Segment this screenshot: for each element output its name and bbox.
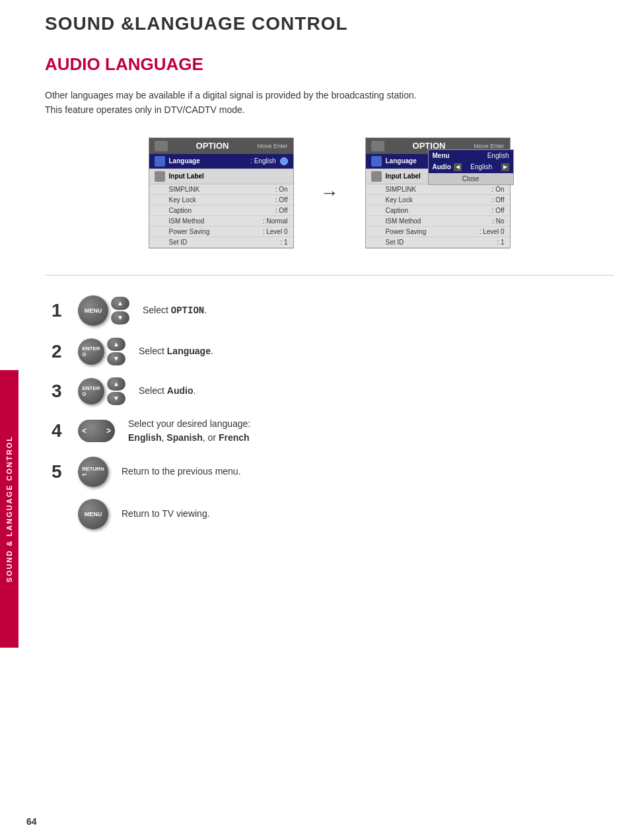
enter-button-2[interactable]: ENTER⊙ <box>78 338 104 365</box>
nav-up-1[interactable]: ▲ <box>111 297 129 310</box>
step4-english: English <box>128 432 162 443</box>
submenu-menu-row: Menu English <box>429 150 513 161</box>
step3-keyword: Audio <box>167 385 194 396</box>
step-2: 2 ENTER⊙ ▲ ▼ Select Language. <box>52 338 614 365</box>
subrow-ism: ISM Method : Normal <box>149 216 293 227</box>
row-icon <box>155 171 165 182</box>
submenu-menu-label: Menu <box>433 152 450 159</box>
step-5: 5 RETURN↩ Return to the previous menu. <box>52 457 614 487</box>
step2-buttons: ENTER⊙ ▲ ▼ <box>78 338 125 365</box>
nav-ud-cluster-2: ▲ ▼ <box>107 338 125 365</box>
step3-text: Select Audio. <box>139 384 196 398</box>
step-number-5: 5 <box>52 463 65 481</box>
enter-button-label-3: ENTER⊙ <box>82 385 100 397</box>
nav-down-1[interactable]: ▼ <box>111 311 129 325</box>
step-number-1: 1 <box>52 301 65 320</box>
enter-button-3[interactable]: ENTER⊙ <box>78 378 104 404</box>
option-header-left: OPTION Move Enter <box>149 138 293 154</box>
option-row-language-left: Language : English <box>149 154 293 169</box>
step1-buttons: MENU ▲ ▼ <box>78 295 129 326</box>
page-title: SOUND &LANGUAGE CONTROL <box>45 13 614 34</box>
subrow-caption: Caption : Off <box>149 206 293 216</box>
nav-ud-cluster-1: ▲ ▼ <box>111 297 129 325</box>
option-row-inputlabel-left: Input Label <box>149 169 293 184</box>
subrow-setid: Set ID : 1 <box>149 237 293 248</box>
subrow-simplink: SIMPLINK : On <box>149 184 293 195</box>
row-circle <box>280 157 288 165</box>
left-arrow-btn[interactable]: < <box>82 426 87 436</box>
subrow-caption-r: Caption : Off <box>366 206 510 216</box>
step-number-3: 3 <box>52 382 65 401</box>
step2-text: Select Language. <box>139 344 213 358</box>
step-number-2: 2 <box>52 342 65 361</box>
step3-buttons: ENTER⊙ ▲ ▼ <box>78 377 125 405</box>
section-heading: AUDIO LANGUAGE <box>45 54 614 75</box>
submenu-popup: Menu English Audio ◀ English ▶ Close <box>428 149 514 185</box>
steps-area: 1 MENU ▲ ▼ Select OPTION. 2 ENTER⊙ <box>52 295 614 529</box>
option-nav-left: Move Enter <box>257 143 287 149</box>
row-icon <box>371 156 382 167</box>
audio-right-arrow[interactable]: ▶ <box>501 163 509 171</box>
side-tab-label: SOUND & LANGUAGE CONTROL <box>5 436 13 582</box>
step1-keyword: OPTION <box>171 305 204 316</box>
option-menu-left: OPTION Move Enter Language : English Inp… <box>149 137 294 248</box>
step4-text: Select your desired language: English, S… <box>128 417 250 445</box>
row-icon <box>371 171 382 182</box>
option-title-left: OPTION <box>196 141 229 151</box>
audio-left-arrow[interactable]: ◀ <box>454 163 462 171</box>
option-subrows-left: SIMPLINK : On Key Lock : Off Caption : O… <box>149 184 293 248</box>
lr-button-cluster: < > <box>78 420 115 442</box>
description-line2: This feature operates only in DTV/CADTV … <box>45 102 614 117</box>
menu-button[interactable]: MENU <box>78 295 108 326</box>
tv-icon-right <box>371 141 384 151</box>
submenu-audio-value: English <box>462 163 501 171</box>
step-4: 4 < > Select your desired language: Engl… <box>52 417 614 445</box>
subrow-keylock-r: Key Lock : Off <box>366 195 510 206</box>
transition-arrow: → <box>320 182 339 204</box>
step6-text: Return to TV viewing. <box>122 507 210 521</box>
subrow-simplink-r: SIMPLINK : On <box>366 184 510 195</box>
nav-up-3[interactable]: ▲ <box>107 377 125 391</box>
right-arrow-btn[interactable]: > <box>106 426 111 436</box>
screenshots-area: OPTION Move Enter Language : English Inp… <box>45 137 614 248</box>
language-label: Language <box>169 157 247 165</box>
enter-button-label-2: ENTER⊙ <box>82 346 100 358</box>
subrow-powersaving: Power Saving : Level 0 <box>149 227 293 237</box>
page-number: 64 <box>26 816 37 827</box>
option-nav-right: Move Enter <box>474 143 504 149</box>
nav-down-2[interactable]: ▼ <box>107 352 125 365</box>
step-3: 3 ENTER⊙ ▲ ▼ Select Audio. <box>52 377 614 405</box>
step-6: MENU Return to TV viewing. <box>52 499 614 529</box>
return-button-label: RETURN↩ <box>82 466 104 478</box>
step2-keyword: Language <box>167 346 211 356</box>
subrow-ism-r: ISM Method : No <box>366 216 510 227</box>
step4-line1: Select your desired language: <box>128 418 250 429</box>
description-line1: Other languages may be available if a di… <box>45 88 614 102</box>
description: Other languages may be available if a di… <box>45 88 614 118</box>
menu-button-end[interactable]: MENU <box>78 499 108 529</box>
step4-spanish: Spanish <box>166 432 202 443</box>
side-tab: SOUND & LANGUAGE CONTROL <box>0 370 18 648</box>
submenu-menu-value: English <box>487 152 509 159</box>
submenu-close-btn[interactable]: Close <box>429 173 513 184</box>
nav-ud-cluster-3: ▲ ▼ <box>107 377 125 405</box>
submenu-audio-row: Audio ◀ English ▶ <box>429 161 513 173</box>
section-divider <box>45 275 614 276</box>
step4-sep2: , or <box>203 432 219 443</box>
subrow-setid-r: Set ID : 1 <box>366 237 510 248</box>
subrow-keylock: Key Lock : Off <box>149 195 293 206</box>
step5-text: Return to the previous menu. <box>122 465 241 478</box>
step4-french: French <box>219 432 250 443</box>
nav-up-2[interactable]: ▲ <box>107 338 125 351</box>
step-number-4: 4 <box>52 422 65 440</box>
step-1: 1 MENU ▲ ▼ Select OPTION. <box>52 295 614 326</box>
option-menu-right-wrapper: OPTION Move Enter Language : English Inp… <box>365 137 511 248</box>
return-button[interactable]: RETURN↩ <box>78 457 108 487</box>
submenu-audio-label: Audio <box>433 163 451 171</box>
option-subrows-right: SIMPLINK : On Key Lock : Off Caption : O… <box>366 184 510 248</box>
menu-button-label: MENU <box>85 307 102 314</box>
nav-down-3[interactable]: ▼ <box>107 392 125 405</box>
row-icon <box>155 156 165 167</box>
tv-icon-left <box>155 141 168 151</box>
step1-text: Select OPTION. <box>143 303 207 318</box>
